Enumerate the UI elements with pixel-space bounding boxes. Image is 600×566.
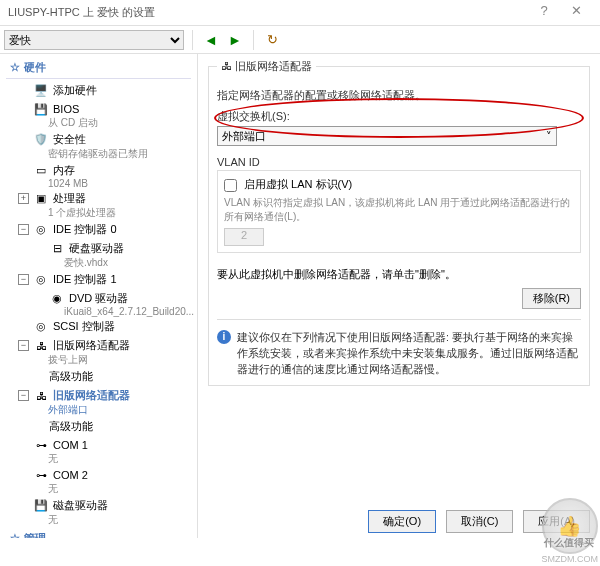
collapse-icon[interactable]: − — [18, 340, 29, 351]
tree-adv-1[interactable]: 高级功能 — [0, 367, 197, 386]
collapse-icon[interactable]: − — [18, 224, 29, 235]
nav-forward-icon[interactable]: ► — [225, 30, 245, 50]
refresh-icon[interactable]: ↻ — [262, 30, 282, 50]
controller-icon: ◎ — [33, 273, 49, 287]
hardware-header: ☆ 硬件 — [6, 58, 191, 79]
info-icon: i — [217, 330, 231, 344]
chevron-down-icon: ˅ — [546, 130, 552, 143]
window-title: LIUSPY-HTPC 上 爱快 的设置 — [8, 5, 155, 20]
tree-com2-sub: 无 — [0, 482, 197, 496]
expand-icon[interactable]: + — [18, 193, 29, 204]
nav-back-icon[interactable]: ◄ — [201, 30, 221, 50]
tree-legacy-net-2-sub: 外部端口 — [0, 403, 197, 417]
tree-bios-sub: 从 CD 启动 — [0, 116, 197, 130]
controller-icon: ◎ — [33, 320, 49, 334]
tree-ide0[interactable]: −◎IDE 控制器 0 — [0, 220, 197, 239]
tree-floppy-sub: 无 — [0, 513, 197, 527]
tree-scsi[interactable]: ◎SCSI 控制器 — [0, 317, 197, 336]
info-text: 建议你仅在下列情况下使用旧版网络适配器: 要执行基于网络的来宾操作系统安装，或者… — [237, 330, 581, 377]
vlan-checkbox-label: 启用虚拟 LAN 标识(V) — [244, 178, 352, 190]
tree-add-hardware[interactable]: 🖥️添加硬件 — [0, 81, 197, 100]
close-button[interactable]: ✕ — [560, 3, 592, 23]
settings-tree: ☆ 硬件 🖥️添加硬件 💾BIOS 从 CD 启动 🛡️安全性 密钥存储驱动器已… — [0, 54, 198, 538]
dvd-icon: ◉ — [49, 292, 65, 306]
hdd-icon: ⊟ — [49, 242, 65, 256]
vm-selector[interactable]: 爱快 — [4, 30, 184, 50]
group-title: 旧版网络适配器 — [235, 60, 312, 72]
memory-icon: ▭ — [33, 164, 49, 178]
vlan-checkbox[interactable] — [224, 179, 237, 192]
window-titlebar: LIUSPY-HTPC 上 爱快 的设置 ? ✕ — [0, 0, 600, 26]
tree-legacy-net-1-sub: 拨号上网 — [0, 353, 197, 367]
vswitch-label: 虚拟交换机(S): — [217, 109, 581, 124]
port-icon: ⊶ — [33, 468, 49, 482]
port-icon: ⊶ — [33, 438, 49, 452]
thumb-icon: 👍 — [557, 514, 582, 538]
tree-security-sub: 密钥存储驱动器已禁用 — [0, 147, 197, 161]
network-icon: 🖧 — [33, 389, 49, 403]
toolbar: 爱快 ◄ ► ↻ — [0, 26, 600, 54]
cancel-button[interactable]: 取消(C) — [446, 510, 513, 533]
management-header: ☆ 管理 — [6, 529, 191, 538]
tree-dvd-sub: iKuai8_x64_2.7.12_Build20... — [0, 306, 197, 317]
tree-com1-sub: 无 — [0, 452, 197, 466]
network-icon: 🖧 — [33, 339, 49, 353]
remove-button[interactable]: 移除(R) — [522, 288, 581, 309]
watermark: 👍 什么值得买 SMZDM.COM — [542, 498, 599, 564]
vlan-label: VLAN ID — [217, 156, 581, 168]
tree-hdd-sub: 爱快.vhdx — [0, 256, 197, 270]
instruction-text: 指定网络适配器的配置或移除网络适配器。 — [217, 88, 581, 103]
help-button[interactable]: ? — [528, 3, 560, 23]
vlan-id-input: 2 — [224, 228, 264, 246]
tree-memory-sub: 1024 MB — [0, 178, 197, 189]
vlan-hint: VLAN 标识符指定虚拟 LAN，该虚拟机将此 LAN 用于通过此网络适配器进行… — [224, 196, 574, 224]
tree-ide1[interactable]: −◎IDE 控制器 1 — [0, 270, 197, 289]
ok-button[interactable]: 确定(O) — [368, 510, 436, 533]
controller-icon: ◎ — [33, 223, 49, 237]
adapter-groupbox: 🖧 旧版网络适配器 指定网络适配器的配置或移除网络适配器。 虚拟交换机(S): … — [208, 66, 590, 386]
vswitch-combo[interactable]: 外部端口 ˅ — [217, 126, 557, 146]
collapse-icon[interactable]: − — [18, 274, 29, 285]
cpu-icon: ▣ — [33, 192, 49, 206]
tree-adv-2[interactable]: 高级功能 — [0, 417, 197, 436]
remove-instruction: 要从此虚拟机中删除网络适配器，请单击"删除"。 — [217, 267, 456, 282]
network-icon: 🖧 — [221, 60, 232, 72]
shield-icon: 🛡️ — [33, 133, 49, 147]
floppy-icon: 💾 — [33, 499, 49, 513]
vlan-checkbox-row[interactable]: 启用虚拟 LAN 标识(V) — [224, 178, 352, 190]
content-pane: 🖧 旧版网络适配器 指定网络适配器的配置或移除网络适配器。 虚拟交换机(S): … — [198, 54, 600, 538]
vswitch-value: 外部端口 — [222, 129, 266, 144]
collapse-icon[interactable]: − — [18, 390, 29, 401]
tree-cpu-sub: 1 个虚拟处理器 — [0, 206, 197, 220]
